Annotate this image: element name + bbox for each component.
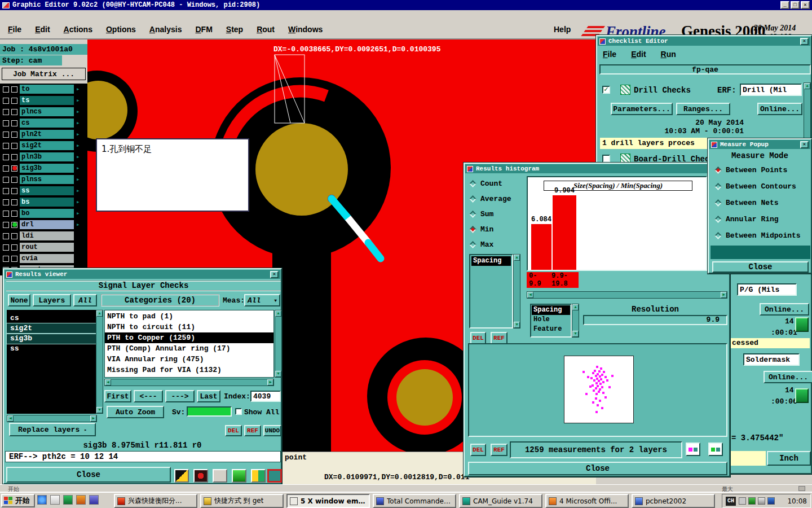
checklist-menu-edit[interactable]: Edit — [631, 50, 646, 59]
scroll-up-icon[interactable] — [572, 304, 579, 310]
magenta-layer-toggle-icon[interactable] — [686, 443, 700, 456]
last-button[interactable]: Last — [197, 390, 220, 402]
stat-count[interactable]: Count — [465, 176, 524, 191]
scroll-left-icon[interactable] — [527, 292, 533, 298]
checklist-titlebar[interactable]: Checklist Editor ✕ — [598, 37, 810, 46]
layer-context-box[interactable] — [3, 222, 9, 228]
next-button[interactable]: ---> — [165, 390, 195, 402]
category-list[interactable]: NPTH to pad (1)NPTH to circuit (11)PTH t… — [104, 310, 274, 378]
scroll-left-icon[interactable] — [7, 415, 14, 422]
menu-item-help[interactable]: Help — [554, 25, 571, 34]
taskbar-task-total-commander-7[interactable]: Total Commander 7... — [373, 494, 456, 508]
layer-row-sig2t[interactable]: sig2t▸ — [0, 140, 87, 151]
viewer-undo-button[interactable]: UNDO — [263, 425, 281, 436]
layer-row-cvia[interactable]: cvia — [0, 253, 87, 264]
layer-list-hscrollbar[interactable] — [7, 415, 97, 422]
layer-row-to[interactable]: to▸ — [0, 84, 87, 95]
taskbar-task-pcbnet2002[interactable]: pcbnet2002 — [632, 494, 715, 508]
hide-arrows-icon[interactable] — [739, 497, 746, 505]
layer-select-box[interactable] — [11, 233, 17, 239]
layer-select-box[interactable] — [11, 211, 17, 217]
layer-row-ss[interactable]: ss▸ — [0, 185, 87, 196]
auto-zoom-button[interactable]: Auto Zoom — [107, 406, 164, 418]
yellow-green-icon[interactable] — [251, 469, 266, 483]
kind-spacing[interactable]: Spacing — [471, 256, 511, 266]
category-missing-pad-for-via-1132[interactable]: Missing Pad for VIA (1132) — [105, 365, 273, 375]
viewer-close-button[interactable]: Close — [6, 467, 171, 483]
layer-select-box[interactable] — [11, 120, 17, 126]
type-list-scrollbar[interactable] — [572, 304, 579, 338]
stat-sum[interactable]: Sum — [465, 207, 524, 222]
layer-filter-sig3b[interactable]: sig3b — [7, 334, 96, 344]
layer-context-box[interactable] — [3, 98, 9, 104]
type-spacing[interactable]: Spacing — [532, 305, 570, 315]
menu-item-analysis[interactable]: Analysis — [149, 25, 182, 34]
taskbar-task-4-microsoft-offi[interactable]: 4 Microsoft Offi... — [545, 494, 629, 508]
del-button[interactable]: DEL — [470, 332, 486, 344]
menu-item-edit[interactable]: Edit — [35, 25, 50, 34]
green-12-icon[interactable] — [232, 469, 246, 483]
close-icon[interactable]: ✕ — [270, 271, 279, 278]
filter-all-button[interactable]: All — [73, 294, 97, 306]
taskbar-task-cam-guide-v1-74[interactable]: CAM_Guide v1.74 — [459, 494, 542, 508]
layer-context-box[interactable] — [3, 132, 9, 138]
layer-row-pln2t[interactable]: pln2t▸ — [0, 129, 87, 140]
measure-popup-titlebar[interactable]: Measure Popup ✕ — [709, 140, 810, 149]
green-layer-toggle-icon[interactable] — [708, 443, 723, 456]
category-scrollbar[interactable] — [275, 310, 282, 378]
histogram-close-button[interactable]: Close — [468, 462, 727, 475]
severity-color-field[interactable] — [187, 406, 232, 417]
layer-filter-sig2t[interactable]: sig2t — [7, 323, 96, 334]
checklist-menu-run[interactable]: Run — [661, 50, 676, 59]
status-green-icon-2[interactable] — [795, 388, 809, 403]
menu-item-file[interactable]: File — [8, 25, 21, 34]
taskbar-task-get[interactable]: 快捷方式 到 get — [200, 494, 284, 508]
layer-context-box[interactable] — [3, 233, 9, 239]
online-button[interactable]: Online... — [757, 103, 802, 115]
layer-row-rout[interactable]: rout — [0, 242, 87, 253]
layer-select-box[interactable] — [11, 143, 17, 149]
menu-item-rout[interactable]: Rout — [257, 25, 275, 34]
filter-layers-button[interactable]: Layers — [33, 294, 71, 306]
mail-icon[interactable] — [76, 495, 86, 505]
layer-row-cs[interactable]: cs▸ — [0, 117, 87, 129]
replace-layers-button[interactable]: Replace layers ▸ — [9, 423, 96, 436]
inch-units-button[interactable]: Inch — [767, 451, 811, 466]
ref-button[interactable]: REF — [491, 332, 508, 344]
status-green-icon[interactable] — [795, 317, 809, 332]
scroll-down-icon[interactable] — [514, 322, 520, 328]
erf-field[interactable]: Drill (Mil — [740, 84, 802, 96]
online-button-3[interactable]: Online... — [764, 371, 812, 383]
ie-icon[interactable] — [37, 495, 47, 505]
display-icon[interactable] — [767, 497, 775, 505]
menu-item-dfm[interactable]: DFM — [195, 25, 212, 34]
layer-context-box[interactable] — [3, 199, 9, 205]
measure-mode-between-nets[interactable]: Between Nets — [710, 195, 811, 211]
first-button[interactable]: First — [104, 390, 131, 402]
scroll-down-icon[interactable] — [96, 407, 103, 413]
layer-select-box[interactable] — [11, 98, 17, 104]
measure-mode-between-points[interactable]: Between Points — [710, 162, 811, 178]
viewer-ref-button[interactable]: REF — [244, 425, 261, 436]
red-x-icon[interactable] — [213, 469, 227, 483]
measure-mode-annular-ring[interactable]: Annular Ring — [710, 211, 811, 227]
viewer-del-button[interactable]: DEL — [225, 425, 242, 436]
measure-mode-between-contours[interactable]: Between Contours — [710, 178, 811, 195]
drill-checks-checkbox[interactable] — [602, 86, 610, 94]
taskbar-task-5-x-window-emula[interactable]: 5 X window emula... — [286, 494, 370, 508]
close-icon[interactable]: ✕ — [800, 38, 809, 45]
prev-button[interactable]: <--- — [134, 390, 163, 402]
layer-select-box[interactable] — [11, 109, 17, 115]
layer-row-pln3b[interactable]: pln3b▸ — [0, 151, 87, 163]
layer-select-box[interactable] — [11, 244, 17, 251]
plot-scrollbar[interactable] — [527, 291, 727, 299]
histogram-titlebar[interactable]: Results histogram — [465, 164, 729, 173]
spacing-type-list[interactable]: SpacingHoleFeature — [530, 304, 572, 338]
minimize-button[interactable]: _ — [780, 1, 789, 9]
network-icon[interactable] — [748, 497, 756, 505]
scroll-right-icon[interactable] — [267, 379, 273, 386]
layer-context-box[interactable] — [3, 256, 9, 262]
layer-select-box[interactable] — [11, 165, 17, 172]
layer-row-ldi[interactable]: ldi — [0, 230, 87, 242]
meas-dropdown[interactable]: All ▼ — [244, 294, 280, 306]
